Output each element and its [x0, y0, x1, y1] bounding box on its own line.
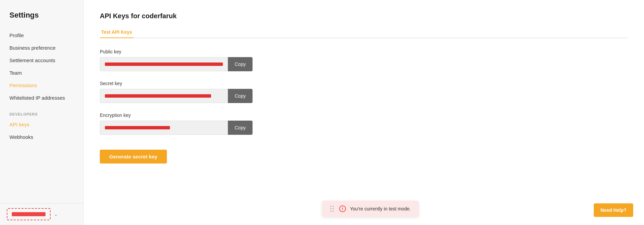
secret-key-input [100, 89, 228, 103]
public-key-label: Public key [100, 49, 628, 54]
sidebar-nav: Profile Business preference Settlement a… [0, 29, 83, 203]
sidebar-item-settlement-accounts[interactable]: Settlement accounts [0, 54, 83, 67]
need-help-button[interactable]: Need Help? [594, 203, 633, 217]
sidebar-item-profile[interactable]: Profile [0, 29, 83, 42]
public-key-section: Public key Copy [100, 49, 628, 71]
drag-dot [330, 206, 331, 207]
sidebar-item-permissions[interactable]: Permissions [0, 79, 83, 92]
sidebar: Settings Profile Business preference Set… [0, 0, 84, 225]
secret-key-input-row: Copy [100, 89, 628, 103]
drag-dot [330, 210, 331, 212]
generate-secret-key-button[interactable]: Generate secret key [100, 150, 167, 164]
drag-dot [332, 210, 334, 212]
developers-section-label: DEVELOPERS [0, 104, 83, 118]
public-key-redacted [105, 62, 223, 66]
secret-key-redacted [105, 94, 211, 98]
sidebar-bottom-box-inner [12, 212, 46, 216]
drag-dot [330, 208, 331, 209]
encryption-key-input [100, 121, 228, 135]
tab-test-api-keys[interactable]: Test API Keys [100, 27, 134, 38]
tabs-bar: Test API Keys [100, 27, 628, 38]
encryption-key-input-row: Copy [100, 121, 628, 135]
encryption-key-copy-button[interactable]: Copy [228, 121, 253, 135]
encryption-key-label: Encryption key [100, 112, 628, 118]
secret-key-label: Secret key [100, 81, 628, 86]
encryption-key-section: Encryption key Copy [100, 112, 628, 135]
sidebar-item-webhooks[interactable]: Webhooks [0, 131, 83, 143]
secret-key-section: Secret key Copy [100, 81, 628, 103]
drag-handle-icon [330, 206, 334, 212]
sidebar-item-whitelisted-ip[interactable]: Whitelisted IP addresses [0, 92, 83, 104]
sidebar-item-team[interactable]: Team [0, 67, 83, 79]
public-key-input [100, 57, 228, 71]
public-key-copy-button[interactable]: Copy [228, 57, 253, 71]
encryption-key-redacted [105, 126, 170, 129]
main-content: API Keys for coderfaruk Test API Keys Pu… [84, 0, 644, 225]
sidebar-bottom-box [7, 208, 51, 220]
drag-dot [332, 208, 334, 209]
sidebar-title: Settings [0, 11, 83, 29]
drag-dot [332, 206, 334, 207]
warning-icon: ! [339, 205, 346, 212]
sidebar-bottom[interactable]: ⌄ [0, 203, 83, 225]
sidebar-item-api-keys[interactable]: API keys [0, 118, 83, 131]
chevron-down-icon: ⌄ [54, 211, 58, 217]
secret-key-copy-button[interactable]: Copy [228, 89, 253, 103]
test-mode-text: You're currently in test mode. [350, 206, 411, 211]
page-title: API Keys for coderfaruk [100, 12, 628, 20]
public-key-input-row: Copy [100, 57, 628, 71]
test-mode-banner: ! You're currently in test mode. [322, 201, 419, 217]
sidebar-item-business-preference[interactable]: Business preference [0, 42, 83, 54]
